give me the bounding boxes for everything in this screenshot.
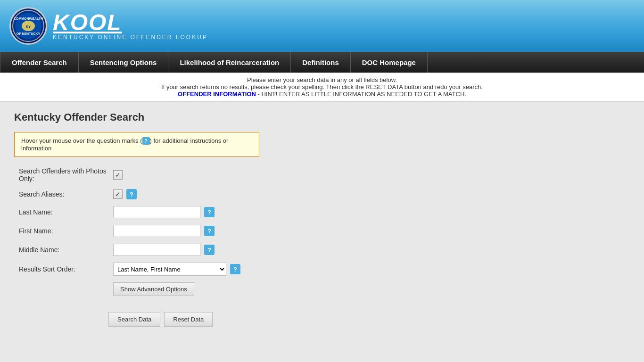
- nav-likelihood-reincarceration[interactable]: Likelihood of Reincarceration: [168, 52, 291, 73]
- svg-text:OF KENTUCKY: OF KENTUCKY: [17, 32, 41, 35]
- reset-data-button[interactable]: Reset Data: [164, 312, 213, 327]
- nav-sentencing-options[interactable]: Sentencing Options: [79, 52, 169, 73]
- navigation: Offender Search Sentencing Options Likel…: [0, 52, 644, 73]
- page-title: Kentucky Offender Search: [14, 111, 630, 123]
- last-name-help-button[interactable]: ?: [204, 207, 215, 217]
- info-line1: Please enter your search data in any or …: [9, 76, 635, 83]
- info-line3: OFFENDER INFORMATION - HINT! ENTER AS LI…: [9, 90, 635, 98]
- sort-order-row: Results Sort Order: Last Name, First Nam…: [19, 263, 630, 276]
- header: COMMONWEALTH OF KENTUCKY KY KOOL KENTUCK…: [0, 0, 644, 52]
- middle-name-input[interactable]: [113, 244, 200, 256]
- photos-only-label: Search Offenders with Photos Only:: [19, 167, 113, 182]
- nav-offender-search[interactable]: Offender Search: [0, 52, 79, 73]
- search-form: Search Offenders with Photos Only: Searc…: [19, 167, 630, 327]
- photos-only-checkbox[interactable]: [113, 170, 123, 180]
- svg-text:COMMONWEALTH: COMMONWEALTH: [14, 17, 43, 20]
- first-name-controls: ?: [113, 225, 215, 237]
- app-subtitle: KENTUCKY ONLINE OFFENDER LOOKUP: [53, 34, 208, 41]
- brand-text: KOOL KENTUCKY ONLINE OFFENDER LOOKUP: [53, 11, 208, 41]
- main-content: Kentucky Offender Search Hover your mous…: [0, 102, 644, 362]
- sort-order-help-button[interactable]: ?: [230, 264, 240, 274]
- aliases-row: Search Aliases: ?: [19, 189, 630, 199]
- photos-only-controls: [113, 170, 123, 180]
- info-box: Hover your mouse over the question marks…: [14, 132, 259, 157]
- question-mark-icon: ?: [142, 137, 150, 145]
- middle-name-controls: ?: [113, 244, 215, 256]
- action-buttons: Search Data Reset Data: [108, 312, 630, 327]
- info-line2: If your search returns no results, pleas…: [9, 83, 635, 90]
- nav-definitions[interactable]: Definitions: [291, 52, 351, 73]
- aliases-label: Search Aliases:: [19, 190, 113, 198]
- offender-info-link[interactable]: OFFENDER INFORMATION: [178, 90, 256, 98]
- info-bar: Please enter your search data in any or …: [0, 73, 644, 102]
- last-name-label: Last Name:: [19, 208, 113, 216]
- middle-name-help-button[interactable]: ?: [204, 245, 215, 255]
- info-box-text: Hover your mouse over the question marks…: [21, 137, 142, 144]
- aliases-help-button[interactable]: ?: [126, 189, 137, 199]
- middle-name-row: Middle Name: ?: [19, 244, 630, 256]
- show-advanced-button[interactable]: Show Advanced Options: [113, 282, 194, 296]
- last-name-input[interactable]: [113, 206, 200, 218]
- first-name-help-button[interactable]: ?: [204, 226, 215, 236]
- logo: COMMONWEALTH OF KENTUCKY KY: [9, 7, 47, 45]
- photos-only-row: Search Offenders with Photos Only:: [19, 167, 630, 182]
- aliases-checkbox[interactable]: [113, 189, 123, 199]
- search-data-button[interactable]: Search Data: [108, 312, 160, 327]
- logo-area: COMMONWEALTH OF KENTUCKY KY KOOL KENTUCK…: [9, 7, 208, 45]
- first-name-label: First Name:: [19, 227, 113, 235]
- app-title: KOOL: [53, 11, 208, 34]
- last-name-controls: ?: [113, 206, 215, 218]
- advanced-options-row: Show Advanced Options: [19, 282, 630, 305]
- svg-text:KY: KY: [26, 25, 31, 28]
- first-name-input[interactable]: [113, 225, 200, 237]
- sort-order-label: Results Sort Order:: [19, 265, 113, 273]
- last-name-row: Last Name: ?: [19, 206, 630, 218]
- first-name-row: First Name: ?: [19, 225, 630, 237]
- sort-order-select[interactable]: Last Name, First Name First Name, Last N…: [113, 263, 226, 276]
- middle-name-label: Middle Name:: [19, 246, 113, 254]
- info-line3-suffix: - HINT! ENTER AS LITTLE INFORMATION AS N…: [258, 90, 466, 98]
- sort-order-controls: Last Name, First Name First Name, Last N…: [113, 263, 240, 276]
- aliases-controls: ?: [113, 189, 137, 199]
- nav-doc-homepage[interactable]: DOC Homepage: [351, 52, 428, 73]
